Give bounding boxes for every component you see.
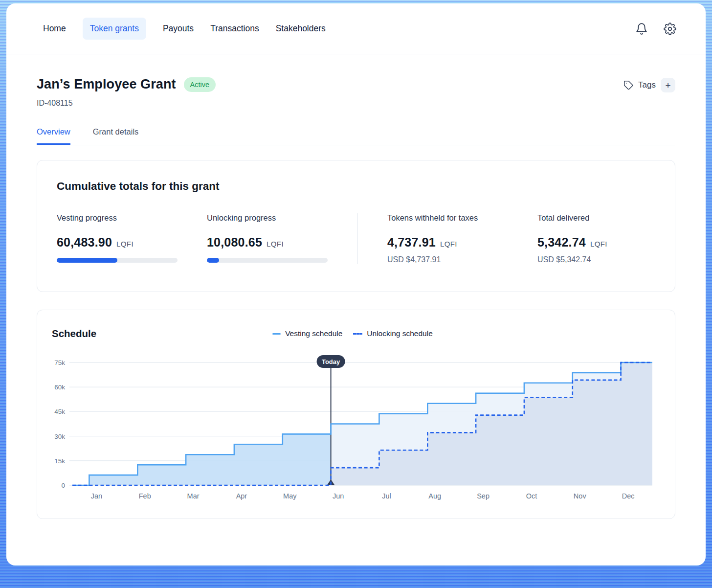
schedule-header: Schedule Vesting schedule Unlocking sche… bbox=[52, 328, 675, 339]
tab-grant-details[interactable]: Grant details bbox=[93, 127, 139, 145]
nav-item-transactions[interactable]: Transactions bbox=[210, 18, 259, 40]
legend-vesting: Vesting schedule bbox=[272, 329, 342, 338]
grant-id: ID-408115 bbox=[37, 99, 216, 108]
svg-text:45k: 45k bbox=[54, 408, 65, 415]
svg-text:Mar: Mar bbox=[187, 492, 200, 500]
svg-text:Dec: Dec bbox=[622, 492, 635, 500]
main-nav: Home Token grants Payouts Transactions S… bbox=[43, 18, 326, 40]
unlocking-progress-bar bbox=[207, 258, 328, 263]
schedule-title: Schedule bbox=[52, 328, 96, 339]
svg-text:75k: 75k bbox=[54, 359, 65, 366]
nav-item-token-grants[interactable]: Token grants bbox=[83, 18, 146, 40]
decorative-frame: Home Token grants Payouts Transactions S… bbox=[0, 0, 712, 588]
svg-text:15k: 15k bbox=[54, 457, 65, 465]
chart-legend: Vesting schedule Unlocking schedule bbox=[272, 329, 433, 338]
metric-value: 10,080.65 bbox=[207, 235, 262, 249]
legend-label: Unlocking schedule bbox=[367, 329, 432, 338]
metric-vesting-progress: Vesting progress 60,483.90 LQFI bbox=[57, 213, 207, 264]
status-badge: Active bbox=[184, 77, 216, 92]
step-area-chart: 015k30k45k60k75kJanFebMarAprMayJunJulAug… bbox=[44, 347, 666, 513]
metric-usd: USD $4,737.91 bbox=[387, 255, 537, 264]
nav-item-payouts[interactable]: Payouts bbox=[163, 18, 194, 40]
svg-text:Sep: Sep bbox=[477, 492, 490, 500]
svg-text:60k: 60k bbox=[54, 384, 65, 391]
legend-label: Vesting schedule bbox=[285, 329, 342, 338]
svg-text:Oct: Oct bbox=[526, 492, 537, 500]
gear-icon[interactable] bbox=[664, 23, 676, 35]
svg-text:Aug: Aug bbox=[428, 492, 441, 500]
add-tag-button[interactable]: + bbox=[661, 78, 675, 92]
svg-text:0: 0 bbox=[61, 482, 65, 489]
grant-heading: Jan’s Employee Grant Active ID-408115 bbox=[37, 77, 216, 108]
svg-text:Feb: Feb bbox=[139, 492, 151, 500]
schedule-chart: 015k30k45k60k75kJanFebMarAprMayJunJulAug… bbox=[44, 347, 666, 513]
metric-unit: LQFI bbox=[267, 240, 284, 248]
tab-overview[interactable]: Overview bbox=[37, 127, 70, 145]
svg-text:30k: 30k bbox=[54, 433, 65, 440]
top-navigation: Home Token grants Payouts Transactions S… bbox=[6, 3, 706, 54]
svg-text:Jul: Jul bbox=[382, 492, 391, 500]
svg-text:Apr: Apr bbox=[236, 492, 247, 500]
cumulative-totals-card: Cumulative totals for this grant Vesting… bbox=[37, 160, 675, 292]
legend-unlocking: Unlocking schedule bbox=[353, 329, 432, 338]
metric-unlocking-progress: Unlocking progress 10,080.65 LQFI bbox=[207, 213, 357, 264]
metric-label: Vesting progress bbox=[57, 213, 207, 223]
unlocking-line-swatch bbox=[353, 333, 362, 335]
metric-unit: LQFI bbox=[440, 240, 457, 248]
metric-label: Unlocking progress bbox=[207, 213, 357, 223]
totals-title: Cumulative totals for this grant bbox=[57, 180, 655, 193]
bell-icon[interactable] bbox=[635, 23, 648, 35]
tags-button[interactable]: Tags bbox=[623, 80, 656, 90]
metric-usd: USD $5,342.74 bbox=[537, 255, 607, 264]
metric-unit: LQFI bbox=[590, 240, 607, 248]
metric-unit: LQFI bbox=[116, 240, 134, 248]
svg-text:Today: Today bbox=[322, 358, 340, 365]
metric-tokens-withheld: Tokens withheld for taxes 4,737.91 LQFI … bbox=[387, 213, 537, 264]
tags-group: Tags + bbox=[623, 78, 675, 92]
svg-text:Nov: Nov bbox=[574, 492, 587, 500]
nav-item-stakeholders[interactable]: Stakeholders bbox=[276, 18, 326, 40]
nav-item-home[interactable]: Home bbox=[43, 18, 66, 40]
svg-text:Jun: Jun bbox=[333, 492, 344, 500]
page-title: Jan’s Employee Grant bbox=[37, 77, 176, 92]
metric-label: Total delivered bbox=[537, 213, 607, 223]
page-header: Jan’s Employee Grant Active ID-408115 Ta… bbox=[37, 77, 675, 108]
main-content: Jan’s Employee Grant Active ID-408115 Ta… bbox=[6, 77, 706, 519]
metric-value: 5,342.74 bbox=[537, 235, 586, 249]
metrics-row: Vesting progress 60,483.90 LQFI Unlockin… bbox=[57, 213, 655, 264]
svg-text:Jan: Jan bbox=[91, 492, 102, 500]
tab-bar: Overview Grant details bbox=[37, 127, 675, 145]
tags-label: Tags bbox=[638, 80, 656, 90]
metric-value: 60,483.90 bbox=[57, 235, 112, 249]
metrics-divider bbox=[357, 213, 358, 264]
app-window: Home Token grants Payouts Transactions S… bbox=[6, 3, 706, 565]
schedule-card: Schedule Vesting schedule Unlocking sche… bbox=[37, 310, 675, 519]
vesting-line-swatch bbox=[272, 333, 281, 335]
header-actions bbox=[635, 23, 676, 35]
metric-label: Tokens withheld for taxes bbox=[387, 213, 537, 223]
metric-total-delivered: Total delivered 5,342.74 LQFI USD $5,342… bbox=[537, 213, 607, 264]
tag-icon bbox=[623, 80, 634, 90]
svg-text:May: May bbox=[283, 492, 297, 500]
vesting-progress-bar bbox=[57, 258, 178, 263]
metric-value: 4,737.91 bbox=[387, 235, 436, 249]
